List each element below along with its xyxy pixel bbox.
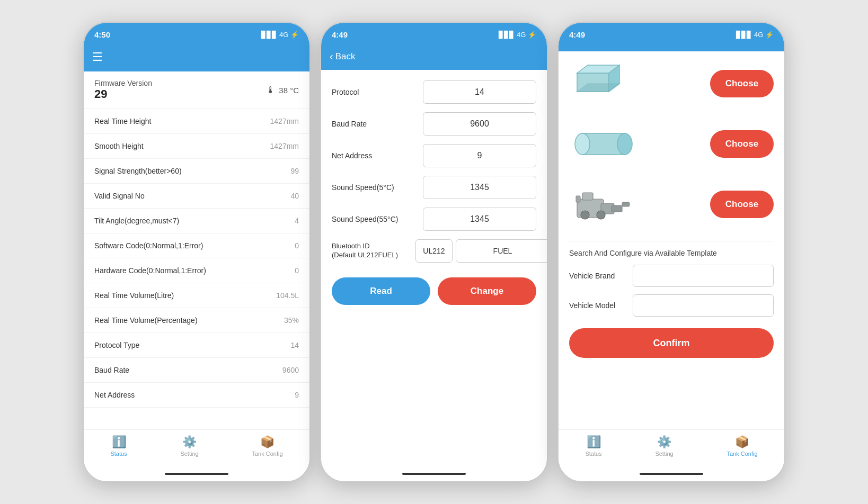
svg-point-6	[617, 133, 632, 155]
nav-status-label-3: Status	[585, 451, 601, 457]
tank-option-cylinder: Choose	[569, 120, 774, 168]
table-row: Valid Signal No 40	[84, 184, 309, 209]
header-bar-1: ☰	[84, 46, 309, 71]
firmware-info: Firmware Version 29	[94, 79, 152, 101]
choose-button-irregular[interactable]: Choose	[710, 191, 774, 218]
tank-shape-cylinder	[569, 120, 638, 168]
nav-tankconfig[interactable]: 📦 Tank Config	[252, 435, 282, 457]
phone-screen2: 4:49 ▊▊▊ 4G ⚡ ‹ Back Protocol Baud Rate …	[320, 22, 548, 482]
bluetooth-label: Bluetooth ID(Default UL212FUEL)	[332, 242, 411, 260]
svg-point-11	[581, 211, 589, 219]
vehicle-brand-input[interactable]	[633, 265, 774, 287]
status-time-2: 4:49	[332, 30, 348, 39]
search-configure-title: Search And Configure via Available Templ…	[569, 249, 774, 257]
soundspeed55-input[interactable]	[423, 208, 536, 231]
status-icons-1: ▊▊▊ 4G ⚡	[261, 31, 299, 39]
status-bar-1: 4:50 ▊▊▊ 4G ⚡	[84, 23, 309, 46]
home-indicator-3	[640, 473, 703, 475]
status-time-3: 4:49	[569, 30, 585, 39]
soundspeed5-label: Sound Speed(5°C)	[332, 183, 417, 192]
vehicle-brand-row: Vehicle Brand	[569, 265, 774, 287]
nav-status[interactable]: ℹ️ Status	[110, 435, 127, 457]
bottom-nav-1: ℹ️ Status ⚙️ Setting 📦 Tank Config	[84, 429, 309, 466]
temperature-display: 🌡 38 °C	[266, 85, 299, 96]
baudrate-input[interactable]	[423, 112, 536, 136]
protocol-label: Protocol	[332, 88, 417, 96]
vehicle-model-input[interactable]	[633, 294, 774, 317]
protocol-type-row: Protocol Type 14	[84, 333, 309, 358]
table-row: Hardware Code(0:Normal,1:Error) 0	[84, 258, 309, 283]
phone-screen1: 4:50 ▊▊▊ 4G ⚡ ☰ Firmware Version 29 🌡 38…	[83, 22, 311, 482]
table-row: Real Time Volume(Litre) 104.5L	[84, 283, 309, 308]
table-row: Smooth Height 1427mm	[84, 134, 309, 159]
table-row: Baud Rate 9600	[84, 358, 309, 383]
table-row: Signal Strength(better>60) 99	[84, 159, 309, 184]
protocol-type-label: Protocol Type	[94, 341, 139, 349]
netaddress-field-row: Net Address	[332, 144, 536, 167]
header-bar-2: ‹ Back	[321, 46, 547, 70]
gear-icon: ⚙️	[182, 435, 197, 449]
home-indicator	[165, 473, 228, 475]
status-bar-2: 4:49 ▊▊▊ 4G ⚡	[321, 23, 547, 46]
irregular-shape-svg	[572, 183, 635, 226]
nav-setting[interactable]: ⚙️ Setting	[180, 435, 198, 457]
confirm-button[interactable]: Confirm	[569, 328, 774, 358]
firmware-section: Firmware Version 29 🌡 38 °C	[84, 71, 309, 109]
bt-suffix-input[interactable]	[456, 239, 547, 263]
status-time-1: 4:50	[94, 30, 110, 39]
vehicle-model-label: Vehicle Model	[569, 301, 627, 310]
status-content: Firmware Version 29 🌡 38 °C Real Time He…	[84, 71, 309, 429]
nav-status-3[interactable]: ℹ️ Status	[585, 435, 601, 457]
tank-option-irregular: Choose	[569, 181, 774, 228]
protocol-field-row: Protocol	[332, 80, 536, 104]
svg-point-12	[597, 211, 605, 219]
nav-setting-label: Setting	[180, 451, 198, 457]
status-icons-3: ▊▊▊ 4G ⚡	[736, 31, 774, 39]
soundspeed55-label: Sound Speed(55°C)	[332, 215, 417, 223]
search-configure-section: Search And Configure via Available Templ…	[569, 241, 774, 358]
settings-content: Protocol Baud Rate Net Address Sound Spe…	[321, 70, 547, 466]
bluetooth-field-row: Bluetooth ID(Default UL212FUEL) UL212	[332, 239, 536, 263]
box-icon-3: 📦	[735, 435, 749, 449]
netaddress-label: Net Address	[332, 151, 417, 160]
menu-icon[interactable]: ☰	[92, 50, 103, 64]
svg-rect-9	[612, 205, 622, 212]
back-button[interactable]: ‹ Back	[330, 50, 355, 62]
table-row: Net Address 9	[84, 383, 309, 408]
protocol-input[interactable]	[423, 80, 536, 104]
box-shape-svg	[572, 62, 635, 105]
svg-point-5	[575, 133, 590, 155]
vehicle-model-row: Vehicle Model	[569, 294, 774, 317]
svg-rect-13	[576, 196, 580, 202]
box-icon: 📦	[260, 435, 274, 449]
nav-setting-3[interactable]: ⚙️ Setting	[655, 435, 673, 457]
read-button[interactable]: Read	[332, 277, 430, 305]
action-buttons: Read Change	[332, 277, 536, 305]
info-icon-3: ℹ️	[587, 435, 601, 449]
table-row: Real Time Height 1427mm	[84, 109, 309, 134]
change-button[interactable]: Change	[438, 277, 536, 305]
netaddress-input[interactable]	[423, 144, 536, 167]
svg-rect-14	[622, 202, 630, 206]
soundspeed5-field-row: Sound Speed(5°C)	[332, 176, 536, 199]
bluetooth-inputs: UL212	[415, 239, 547, 263]
tank-shapes-section: Choose Choose	[559, 51, 784, 366]
data-rows-list: Real Time Height 1427mm Smooth Height 14…	[84, 109, 309, 408]
baudrate-field-row: Baud Rate	[332, 112, 536, 136]
nav-tankconfig-3[interactable]: 📦 Tank Config	[727, 435, 757, 457]
soundspeed55-field-row: Sound Speed(55°C)	[332, 208, 536, 231]
table-row: Tilt Angle(degree,must<7) 4	[84, 209, 309, 233]
temperature-value: 38 °C	[279, 86, 299, 95]
table-row: Software Code(0:Normal,1:Error) 0	[84, 233, 309, 258]
nav-status-label: Status	[110, 451, 127, 457]
soundspeed5-input[interactable]	[423, 176, 536, 199]
bt-prefix-display: UL212	[415, 239, 453, 263]
choose-button-box[interactable]: Choose	[710, 70, 774, 97]
gear-icon-3: ⚙️	[657, 435, 671, 449]
back-arrow-icon: ‹	[330, 50, 333, 62]
nav-tankconfig-label: Tank Config	[252, 451, 282, 457]
nav-tankconfig-label-3: Tank Config	[727, 451, 757, 457]
baudrate-label: Baud Rate	[332, 120, 417, 128]
choose-button-cylinder[interactable]: Choose	[710, 130, 774, 158]
tank-shape-irregular	[569, 181, 638, 228]
